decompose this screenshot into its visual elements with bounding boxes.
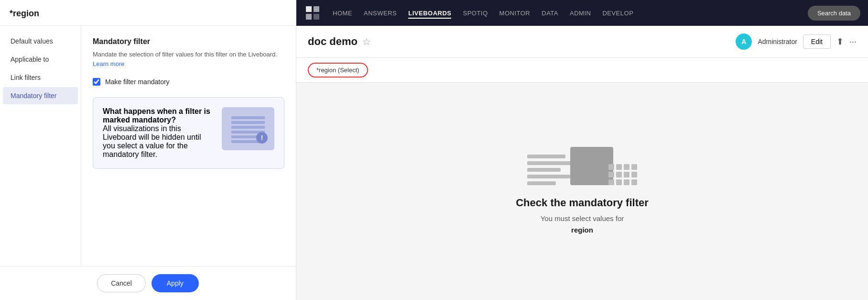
- mandatory-checkbox[interactable]: [93, 78, 100, 86]
- svg-rect-3: [314, 14, 319, 20]
- illustration-dots: [608, 164, 637, 185]
- mandatory-field-name: region: [571, 226, 593, 234]
- share-icon[interactable]: ⬆: [836, 36, 844, 47]
- top-nav: HOME ANSWERS LIVEBOARDS SPOTIQ MONITOR D…: [296, 0, 868, 26]
- region-filter-chip[interactable]: *region (Select): [308, 63, 368, 78]
- cancel-button[interactable]: Cancel: [97, 274, 146, 292]
- sidebar-item-applicable-to[interactable]: Applicable to: [3, 51, 78, 68]
- mandatory-content: Check the mandatory filter You must sele…: [296, 83, 868, 300]
- checkbox-label[interactable]: Make filter mandatory: [105, 78, 170, 86]
- checkbox-row: Make filter mandatory: [93, 78, 284, 86]
- illus-line-4: [527, 175, 570, 178]
- svg-rect-1: [314, 6, 319, 12]
- illus-line-3: [527, 168, 561, 172]
- mandatory-illustration: [527, 147, 637, 185]
- liveboard-header: doc demo ☆ A Administrator Edit ⬆ ···: [296, 26, 868, 58]
- nav-items: HOME ANSWERS LIVEBOARDS SPOTIQ MONITOR D…: [333, 8, 633, 19]
- sidebar-item-mandatory-filter[interactable]: Mandatory filter: [3, 87, 78, 104]
- warning-icon: !: [256, 132, 268, 144]
- header-actions: A Administrator Edit ⬆ ···: [736, 33, 857, 50]
- liveboard-title: doc demo: [308, 35, 358, 48]
- filter-bar: *region (Select): [296, 58, 868, 83]
- star-icon[interactable]: ☆: [362, 36, 371, 47]
- dot-10: [616, 179, 622, 185]
- footer-buttons: Cancel Apply: [0, 266, 296, 300]
- nav-spotiq[interactable]: SPOTIQ: [463, 8, 488, 19]
- edit-button[interactable]: Edit: [803, 34, 831, 49]
- avatar: A: [736, 33, 752, 50]
- mandatory-filter-content: Mandatory filter Mandate the selection o…: [81, 26, 296, 266]
- nav-answers[interactable]: ANSWERS: [364, 8, 397, 19]
- info-box-title: What happens when a filter is marked man…: [103, 107, 212, 124]
- illus-line-5: [527, 181, 556, 185]
- filter-panel: *region Default values Applicable to Lin…: [0, 0, 296, 300]
- dot-2: [616, 164, 622, 170]
- sidebar-nav: Default values Applicable to Link filter…: [0, 26, 81, 266]
- app-logo: [304, 4, 321, 22]
- sidebar-item-link-filters[interactable]: Link filters: [3, 69, 78, 86]
- dot-1: [608, 164, 614, 170]
- illus-line-1: [527, 155, 565, 158]
- dot-7: [624, 172, 629, 178]
- left-content: Default values Applicable to Link filter…: [0, 26, 296, 266]
- nav-data[interactable]: DATA: [542, 8, 558, 19]
- nav-home[interactable]: HOME: [333, 8, 352, 19]
- info-box: What happens when a filter is marked man…: [93, 97, 284, 169]
- search-data-button[interactable]: Search data: [808, 6, 860, 21]
- dot-5: [608, 172, 614, 178]
- dot-6: [616, 172, 622, 178]
- illustration-block: [570, 147, 613, 185]
- mandatory-check-description: You must select values for region: [541, 213, 624, 236]
- mandatory-desc-prefix: You must select values for: [541, 214, 624, 222]
- info-box-description: All visualizations in this Liveboard wil…: [103, 124, 212, 159]
- admin-name: Administrator: [758, 38, 797, 45]
- learn-more-link[interactable]: Learn more: [93, 60, 124, 67]
- dot-12: [631, 179, 637, 185]
- dot-8: [631, 172, 637, 178]
- svg-rect-0: [306, 6, 312, 12]
- svg-rect-2: [306, 14, 312, 20]
- dot-11: [624, 179, 629, 185]
- nav-admin[interactable]: ADMIN: [570, 8, 591, 19]
- dot-3: [624, 164, 629, 170]
- illus-line-2: [527, 161, 575, 165]
- illustration-lines: [527, 155, 575, 185]
- info-box-illustration: !: [222, 107, 274, 150]
- nav-develop[interactable]: DEVELOP: [602, 8, 633, 19]
- right-panel: HOME ANSWERS LIVEBOARDS SPOTIQ MONITOR D…: [296, 0, 868, 300]
- dot-4: [631, 164, 637, 170]
- info-box-text: What happens when a filter is marked man…: [103, 107, 212, 159]
- nav-liveboards[interactable]: LIVEBOARDS: [408, 8, 451, 19]
- section-title: Mandatory filter: [93, 37, 284, 46]
- apply-button[interactable]: Apply: [152, 274, 199, 292]
- dot-9: [608, 179, 614, 185]
- section-description: Mandate the selection of filter values f…: [93, 50, 284, 68]
- description-text: Mandate the selection of filter values f…: [93, 51, 277, 58]
- more-options-icon[interactable]: ···: [849, 37, 857, 47]
- sidebar-item-default-values[interactable]: Default values: [3, 33, 78, 50]
- mandatory-check-title: Check the mandatory filter: [516, 197, 649, 209]
- nav-monitor[interactable]: MONITOR: [499, 8, 531, 19]
- filter-panel-title: *region: [0, 0, 296, 26]
